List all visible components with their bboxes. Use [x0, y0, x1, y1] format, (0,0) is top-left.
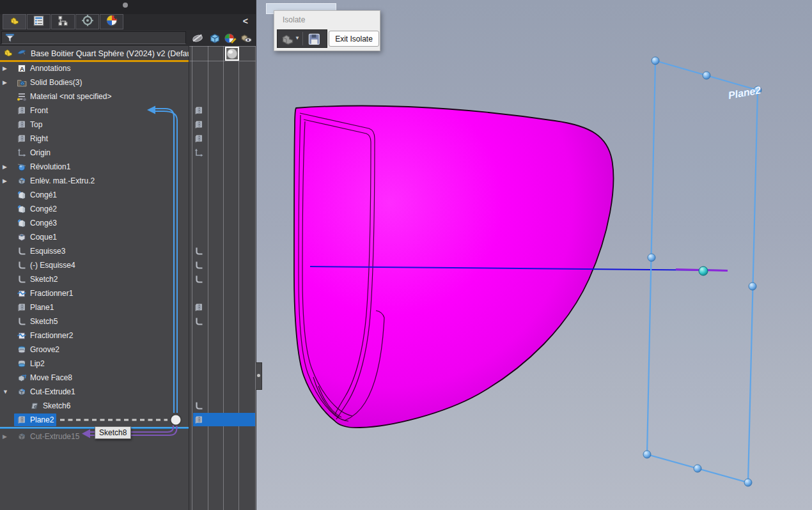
plane-icon[interactable]	[194, 415, 204, 425]
propertymanager-list-icon	[33, 15, 45, 29]
display-state-cube-icon[interactable]	[208, 32, 221, 45]
featuremanager-part-icon	[10, 15, 20, 28]
tree-item-cong-2[interactable]: Congé2	[0, 202, 189, 216]
plane2-reference[interactable]: Plane2	[643, 57, 761, 486]
panel-titlebar[interactable]	[0, 0, 256, 14]
sketch-icon[interactable]	[194, 316, 204, 327]
tree-item-groove2[interactable]: Groove2	[0, 343, 189, 357]
tab-displaymanager[interactable]	[100, 14, 123, 29]
tree-item-label: Sketch2	[30, 275, 58, 284]
configurationmanager-tree-icon	[57, 15, 69, 29]
sketch-icon[interactable]	[194, 246, 204, 256]
tree-item-cong-1[interactable]: Congé1	[0, 188, 189, 202]
tree-item-cut-extrude1[interactable]: ▼Cut-Extrude1	[0, 385, 189, 399]
plane-icon[interactable]	[194, 120, 204, 130]
fillet-icon	[17, 204, 27, 214]
tree-item-fractionner1[interactable]: Fractionner1	[0, 286, 189, 300]
tree-item-label: Fractionner2	[30, 331, 73, 340]
tree-item-label: Congé1	[30, 190, 57, 199]
tree-item-material-not-specified-[interactable]: Material <not specified>	[0, 89, 189, 104]
column-root-line	[189, 61, 256, 61]
graphics-viewport[interactable]: Plane2	[256, 0, 812, 510]
tree-item-label: Solid Bodies(3)	[30, 78, 82, 87]
expand-arrow-icon[interactable]: ▶	[3, 433, 10, 440]
plane-icon[interactable]	[194, 302, 204, 313]
tree-root-row[interactable]: Base Boitier Quart Sphére (V2024) v2 (De…	[0, 47, 189, 60]
material-icon	[17, 91, 27, 102]
tree-item-fractionner2[interactable]: Fractionner2	[0, 328, 189, 343]
cutextrude-icon	[17, 431, 27, 442]
expand-arrow-icon[interactable]: ▶	[3, 65, 10, 72]
tree-item-cong-3[interactable]: Congé3	[0, 216, 189, 230]
save-floppy-icon[interactable]	[307, 32, 321, 49]
tree-item-lip2[interactable]: Lip2	[0, 357, 189, 371]
tree-item-right[interactable]: Right	[0, 132, 189, 146]
tab-dimxpertmanager[interactable]	[75, 14, 99, 29]
toolbar-separator	[302, 32, 303, 45]
tab-featuremanager[interactable]	[3, 14, 26, 29]
expand-arrow-icon[interactable]: ▶	[3, 79, 10, 86]
appearance-sphere-swatch[interactable]	[225, 47, 239, 61]
column-header-line	[189, 46, 256, 47]
tree-item-sketch2[interactable]: Sketch2	[0, 272, 189, 286]
panel-splitter-handle[interactable]	[256, 362, 262, 390]
column-divider	[255, 46, 256, 510]
tree-item-sketch5[interactable]: Sketch5	[0, 314, 189, 328]
moveface-icon	[17, 373, 27, 383]
cutextrude-icon	[17, 176, 27, 186]
tree-item-front[interactable]: Front	[0, 104, 189, 118]
plane-icon[interactable]	[194, 105, 204, 116]
tree-item-esquisse3[interactable]: Esquisse3	[0, 244, 189, 258]
tree-item-r-volution1[interactable]: ▶Révolution1	[0, 160, 189, 174]
tree-item-sketch6[interactable]: Sketch6	[0, 399, 189, 413]
tree-item-solid-bodies-3-[interactable]: ▶Solid Bodies(3)	[0, 75, 189, 89]
exit-isolate-button[interactable]: Exit Isolate	[329, 31, 379, 47]
tree-item-label: (-) Esquisse4	[30, 261, 75, 270]
filter-row	[0, 30, 256, 46]
expand-arrow-icon[interactable]: ▶	[3, 178, 10, 184]
tree-item-coque1[interactable]: Coque1	[0, 230, 189, 244]
sketch-icon[interactable]	[194, 260, 204, 270]
annotation-icon: A	[17, 63, 27, 73]
tree-item-label: Enlèv. mat.-Extru.2	[30, 176, 95, 185]
tree-item-top[interactable]: Top	[0, 118, 189, 132]
tree-item-enl-v-mat-extru-2[interactable]: ▶Enlèv. mat.-Extru.2	[0, 174, 189, 188]
transparency-part-eye-icon[interactable]	[240, 32, 253, 45]
tab-propertymanager[interactable]	[27, 14, 51, 29]
bodies-icon	[17, 77, 27, 88]
tree-item--esquisse4[interactable]: (-) Esquisse4	[0, 258, 189, 272]
collapse-panel-arrow[interactable]: <	[243, 16, 248, 26]
isolate-part-icon[interactable]	[281, 32, 295, 49]
tree-item-move-face8[interactable]: Move Face8	[0, 371, 189, 385]
cutextrude-icon	[17, 387, 27, 397]
sketch-icon	[17, 246, 27, 256]
dropdown-arrow-icon[interactable]: ▼	[295, 35, 300, 41]
filter-funnel-icon	[4, 33, 15, 46]
tab-configurationmanager[interactable]	[51, 14, 75, 29]
tree-item-annotations[interactable]: ▶AAnnotations	[0, 61, 189, 75]
hide-show-eye-icon[interactable]	[191, 32, 204, 45]
appearance-ball-pencil-icon[interactable]	[224, 32, 237, 45]
axis-point-handle[interactable]	[699, 267, 708, 275]
feature-manager-panel: < Base Boitier Quart Sphére (V2024) v2 (…	[0, 0, 256, 510]
tree-item-label: Top	[30, 120, 42, 129]
origin-icon[interactable]	[194, 148, 204, 158]
expand-arrow-icon[interactable]: ▼	[3, 389, 10, 395]
svg-text:A: A	[20, 65, 24, 72]
tree-item-origin[interactable]: Origin	[0, 146, 189, 160]
viewport-canvas: Plane2	[256, 0, 812, 510]
tree-item-plane2[interactable]: Plane2	[0, 413, 189, 427]
sketch8-reference-tooltip: Sketch8	[95, 426, 131, 439]
sketch-icon	[17, 316, 27, 327]
split-icon	[17, 288, 27, 298]
tree-item-label: Cut-Extrude15	[30, 432, 79, 441]
sketch-icon[interactable]	[194, 274, 204, 284]
sphere-swatch-icon	[226, 50, 238, 61]
sketch-icon[interactable]	[194, 401, 204, 411]
panel-grip-icon[interactable]	[123, 3, 128, 8]
fillet-icon	[17, 190, 27, 200]
expand-arrow-icon[interactable]: ▶	[3, 164, 10, 170]
plane-icon[interactable]	[194, 134, 204, 144]
tree-filter-input[interactable]	[1, 31, 186, 44]
tree-item-plane1[interactable]: Plane1	[0, 300, 189, 314]
